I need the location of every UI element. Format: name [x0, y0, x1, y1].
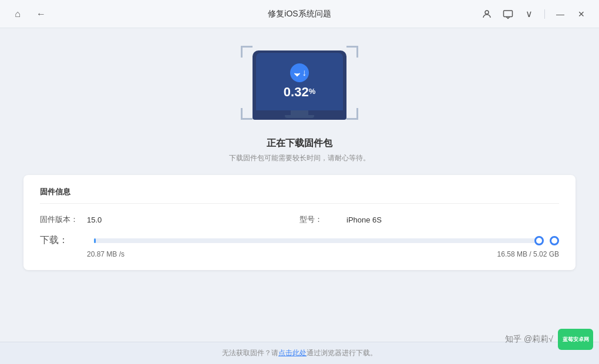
firmware-version-col: 固件版本： 15.0: [40, 214, 300, 225]
download-speed: 20.87 MB /s: [87, 250, 124, 258]
main-content: ↓ 0.32% 正在下载固件包 下载固件包可能需要较长时间，请耐心等待。 固件信…: [0, 28, 599, 342]
progress-track-row: 下载：: [40, 234, 559, 247]
model-col: 型号： iPhone 6S: [300, 214, 559, 225]
bracket-bottom-left: [241, 108, 253, 120]
window-title: 修复iOS系统问题: [268, 9, 331, 19]
monitor-screen: ↓ 0.32%: [256, 53, 343, 110]
download-label: 下载：: [40, 234, 87, 247]
svg-point-0: [485, 11, 489, 14]
bottom-text-after: 通过浏览器进行下载。: [307, 349, 377, 357]
svg-rect-1: [504, 11, 513, 17]
title-bar-right: ∨ — ✕: [479, 6, 590, 22]
firmware-info-row: 固件版本： 15.0 型号： iPhone 6S: [40, 214, 559, 225]
download-arrow-icon: ↓: [290, 63, 309, 82]
status-subtitle: 下载固件包可能需要较长时间，请耐心等待。: [229, 153, 370, 163]
progress-track: [94, 238, 543, 243]
browser-download-link[interactable]: 点击此处: [278, 349, 307, 357]
title-bar-left: ⌂ ←: [9, 6, 49, 22]
monitor-stand: [291, 110, 308, 115]
model-value: iPhone 6S: [346, 215, 382, 224]
bracket-top-left: [241, 46, 253, 58]
bracket-bottom-right: [346, 108, 358, 120]
status-title: 正在下载固件包: [267, 137, 332, 150]
download-size: 16.58 MB / 5.02 GB: [497, 250, 559, 258]
progress-meta: 20.87 MB /s 16.58 MB / 5.02 GB: [40, 250, 559, 258]
bottom-text-before: 无法获取固件？请: [222, 349, 278, 357]
monitor-base: [285, 115, 314, 118]
title-bar: ⌂ ← 修复iOS系统问题 ∨ — ✕: [0, 0, 599, 28]
chat-icon[interactable]: [500, 6, 516, 22]
download-progress-row: 下载： 20.87 MB /s 16.58 MB / 5.02 GB: [40, 234, 559, 258]
info-card: 固件信息 固件版本： 15.0 型号： iPhone 6S 下载： 20.: [23, 175, 576, 270]
progress-percentage: 0.32%: [284, 85, 315, 100]
info-card-title: 固件信息: [40, 187, 559, 204]
divider: [544, 9, 545, 19]
monitor-body: ↓ 0.32%: [253, 50, 346, 120]
close-button[interactable]: ✕: [573, 6, 590, 22]
user-icon[interactable]: [479, 6, 495, 22]
bottom-bar: 无法获取固件？请点击此处通过浏览器进行下载。: [0, 342, 599, 364]
back-button[interactable]: ←: [33, 6, 49, 22]
firmware-label: 固件版本：: [40, 214, 87, 225]
model-label: 型号：: [300, 214, 346, 225]
progress-thumb: [534, 236, 544, 245]
home-icon[interactable]: ⌂: [9, 6, 26, 22]
firmware-value: 15.0: [87, 215, 102, 224]
monitor-illustration: ↓ 0.32%: [241, 46, 358, 128]
bracket-top-right: [346, 46, 358, 58]
progress-end-indicator: [550, 236, 559, 245]
minimize-button[interactable]: —: [552, 6, 568, 22]
progress-fill: [94, 238, 96, 243]
chevron-down-icon[interactable]: ∨: [521, 6, 537, 22]
